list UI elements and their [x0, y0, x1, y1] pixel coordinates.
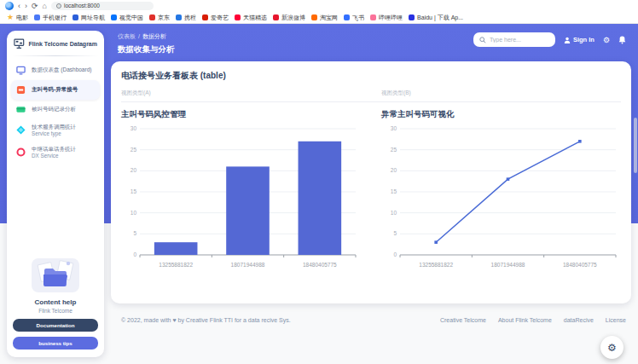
ring-icon [15, 147, 26, 158]
svg-text:18480405775: 18480405775 [563, 262, 597, 268]
brand-grid-icon [14, 38, 25, 49]
brand[interactable]: Flink Telcome Datagram [7, 31, 104, 55]
reload-button[interactable]: ⟳ [32, 2, 38, 10]
home-button[interactable]: ⌂ [43, 2, 47, 10]
favicon [149, 14, 155, 20]
view-type-row: 视图类型(A) 视图类型(B) [121, 82, 621, 102]
svg-text:13255881822: 13255881822 [419, 262, 453, 268]
sign-in-button[interactable]: Sign In [564, 36, 594, 43]
bookmark-item[interactable]: 新浪微博 [273, 14, 305, 22]
bar-chart-panel: 主叫号码风控管理 0510152025301325588182218071944… [121, 109, 361, 274]
settings-icon[interactable]: ⚙ [603, 36, 610, 44]
header-controls: Sign In ⚙ [473, 32, 626, 47]
business-tips-button[interactable]: business tips [13, 337, 98, 350]
sidebar-item-label: 主叫号码-异常接号 [32, 86, 78, 93]
line-chart: 0510152025301325588182218071944988184804… [381, 122, 621, 274]
footer: © 2022, made with ♥ by Creative Flink TT… [121, 317, 626, 323]
sidebar-item-dashboard[interactable]: 数据仪表盘 (Dashboard) [11, 61, 100, 80]
browser-chrome: ‹ › ⟳ ⌂ i localhost:8000 ★电影 手机银行 网址导航 视… [0, 0, 638, 24]
favicon [202, 14, 208, 20]
bookmark-item[interactable]: 视觉中国 [111, 14, 143, 22]
bookmark-item[interactable]: 网址导航 [72, 14, 105, 22]
favicon [111, 14, 117, 20]
svg-text:15: 15 [391, 188, 397, 194]
bar-chart: 0510152025301325588182218071944988184804… [121, 122, 361, 274]
back-button[interactable]: ‹ [18, 2, 20, 10]
breadcrumb-root[interactable]: 仪表板 [118, 33, 136, 39]
bookmark-item[interactable]: 携程 [176, 14, 196, 22]
search-box[interactable] [473, 32, 555, 47]
floating-settings-button[interactable]: ⚙ [600, 336, 624, 359]
bookmark-item[interactable]: 飞书 [344, 14, 364, 22]
bookmark-item[interactable]: 天猫精选 [235, 14, 267, 22]
svg-text:20: 20 [391, 167, 397, 173]
line-chart-panel: 异常主叫号码可视化 051015202530132558818221807194… [381, 109, 621, 274]
sidebar-item-trunk-stats[interactable]: 中继话单话务统计DX Service [11, 142, 100, 164]
gem-icon [15, 124, 26, 136]
star-icon: ★ [7, 14, 14, 21]
copyright-text: © 2022, made with ♥ by Creative Flink TT… [121, 317, 291, 323]
search-input[interactable] [490, 37, 549, 43]
folder-illustration [29, 255, 82, 294]
gear-icon: ⚙ [607, 342, 617, 354]
svg-text:5: 5 [133, 230, 136, 236]
dashboard-card: 电话接号业务看板表 (table) 视图类型(A) 视图类型(B) 主叫号码风控… [111, 61, 631, 303]
bookmark-item[interactable]: Baidu | 下载 Ap... [409, 14, 463, 22]
view-type-label-left: 视图类型(A) [121, 90, 361, 97]
bookmark-item[interactable]: 哔哩哔哩 [370, 14, 403, 22]
svg-text:30: 30 [391, 125, 397, 131]
brand-name: Flink Telcome Datagram [29, 41, 97, 47]
favicon [370, 14, 376, 20]
notifications-bell-icon[interactable] [618, 36, 626, 44]
documentation-button[interactable]: Documentation [13, 319, 98, 332]
favicon [409, 14, 415, 20]
svg-text:25: 25 [130, 147, 137, 153]
search-icon [479, 37, 486, 43]
breadcrumb-block: 仪表板/数据分析 数据收集与分析 [118, 32, 175, 55]
sidebar-item-called-analysis[interactable]: 被叫号码记录分析 [11, 100, 100, 119]
sidebar-item-service-stats[interactable]: 技术服务调用统计Service type [11, 119, 100, 142]
bookmarks-bar: ★电影 手机银行 网址导航 视觉中国 京东 携程 爱奇艺 天猫精选 新浪微博 淘… [0, 11, 638, 24]
favicon [344, 14, 350, 20]
browser-toolbar: ‹ › ⟳ ⌂ i localhost:8000 [0, 0, 638, 11]
favicon [72, 14, 78, 20]
footer-link-datarecive[interactable]: dataRecive [564, 317, 594, 323]
sidebar: Flink Telcome Datagram 数据仪表盘 (Dashboard)… [7, 31, 104, 357]
bookmark-item[interactable]: ★电影 [7, 14, 28, 22]
svg-text:10: 10 [130, 210, 137, 216]
user-icon [564, 37, 571, 43]
svg-text:18480405775: 18480405775 [303, 262, 337, 268]
bookmark-item[interactable]: 爱奇艺 [202, 14, 229, 22]
box-icon [15, 84, 26, 95]
footer-link-about[interactable]: About Flink Telcome [498, 317, 552, 323]
url-text[interactable]: localhost:8000 [64, 3, 100, 9]
favicon [34, 14, 40, 20]
bookmark-item[interactable]: 淘宝网 [311, 14, 338, 22]
svg-text:25: 25 [391, 147, 397, 153]
favicon [235, 14, 241, 20]
scrollbar-thumb[interactable] [634, 118, 637, 173]
footer-link-license[interactable]: License [606, 317, 626, 323]
svg-text:13255881822: 13255881822 [159, 262, 193, 268]
app-header: 仪表板/数据分析 数据收集与分析 Sign In ⚙ [118, 32, 626, 55]
line-chart-title: 异常主叫号码可视化 [381, 109, 621, 120]
forward-button[interactable]: › [25, 2, 27, 10]
bookmark-item[interactable]: 手机银行 [34, 14, 67, 22]
favicon [273, 14, 279, 20]
card-title: 电话接号业务看板表 (table) [121, 70, 621, 82]
sidebar-item-caller-abnormal[interactable]: 主叫号码-异常接号 [11, 80, 100, 100]
footer-links: Creative Telcome About Flink Telcome dat… [440, 317, 626, 323]
address-bar[interactable]: i localhost:8000 [51, 2, 154, 10]
favicon [311, 14, 317, 20]
bookmark-item[interactable]: 京东 [149, 14, 170, 22]
page-title: 数据收集与分析 [118, 44, 175, 55]
sidebar-item-label: 技术服务调用统计Service type [32, 124, 76, 137]
svg-text:30: 30 [130, 125, 137, 131]
breadcrumb: 仪表板/数据分析 [118, 32, 175, 41]
charts-row: 主叫号码风控管理 0510152025301325588182218071944… [121, 109, 621, 274]
sidebar-item-label: 数据仪表盘 (Dashboard) [32, 66, 91, 73]
site-info-icon[interactable]: i [56, 3, 61, 9]
footer-link-creative[interactable]: Creative Telcome [440, 317, 486, 323]
svg-text:18071944988: 18071944988 [491, 262, 525, 268]
svg-text:18071944988: 18071944988 [231, 262, 265, 268]
